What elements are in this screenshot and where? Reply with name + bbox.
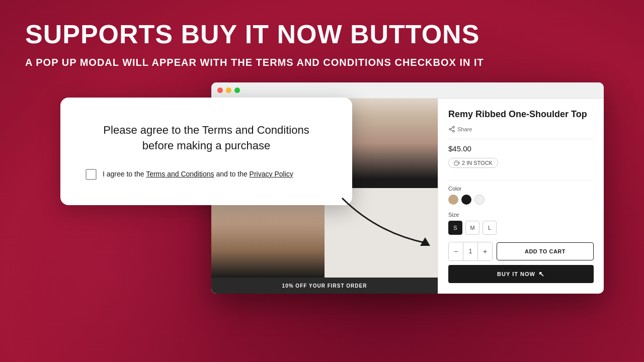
browser-minimize-dot[interactable] [226, 87, 231, 93]
browser-toolbar [211, 82, 604, 99]
svg-point-1 [453, 126, 455, 128]
qty-decrease-button[interactable]: − [449, 242, 463, 260]
quantity-control[interactable]: − 1 + [448, 242, 493, 261]
buy-now-label: BUY IT NOW [497, 271, 535, 277]
terms-modal: Please agree to the Terms and Conditions… [60, 98, 352, 205]
size-m-button[interactable]: M [465, 221, 479, 235]
color-swatch-white[interactable] [474, 195, 485, 205]
size-label: Size [448, 212, 594, 218]
product-price: $45.00 [448, 144, 594, 153]
qty-cart-row: − 1 + ADD TO CART [448, 242, 594, 261]
cursor-icon: ↖ [538, 270, 545, 278]
privacy-link[interactable]: Privacy Policy [250, 170, 293, 178]
page-subheadline: A POP UP MODAL WILL APPEAR WITH THE TERM… [25, 57, 619, 68]
size-options: S M L [448, 221, 594, 235]
color-swatch-tan[interactable] [448, 195, 458, 205]
svg-line-5 [451, 127, 453, 128]
color-swatch-black[interactable] [461, 195, 471, 205]
modal-checkbox-row[interactable]: I agree to the Terms and Conditions and … [86, 169, 327, 180]
product-info: Remy Ribbed One-Shoulder Top Share $45.0… [438, 99, 604, 294]
qty-increase-button[interactable]: + [478, 242, 492, 260]
size-s-button[interactable]: S [448, 221, 462, 235]
checkbox-label: I agree to the Terms and Conditions and … [103, 169, 293, 179]
stock-badge: 2 IN STOCK [448, 158, 498, 168]
browser-close-dot[interactable] [217, 87, 223, 93]
share-link[interactable]: Share [448, 126, 594, 133]
browser-fullscreen-dot[interactable] [234, 87, 240, 93]
page-headline: SUPPORTS BUY IT NOW BUTTONS [25, 20, 619, 49]
size-l-button[interactable]: L [482, 221, 497, 235]
color-label: Color [448, 186, 594, 192]
svg-point-2 [449, 128, 451, 130]
buy-now-button[interactable]: BUY IT NOW ↖ [448, 265, 594, 283]
discount-banner: 10% OFF YOUR FIRST ORDER [211, 278, 438, 294]
arrow-indicator [337, 193, 438, 255]
terms-checkbox[interactable] [86, 169, 97, 180]
terms-link[interactable]: Terms and Conditions [146, 170, 214, 178]
modal-heading: Please agree to the Terms and Conditions… [86, 123, 327, 154]
color-swatches [448, 195, 594, 205]
add-to-cart-button[interactable]: ADD TO CART [497, 242, 594, 260]
divider-2 [448, 180, 594, 180]
share-label: Share [457, 126, 472, 132]
svg-line-4 [451, 129, 453, 130]
quantity-value: 1 [463, 242, 478, 260]
divider-1 [448, 139, 594, 139]
stock-label: 2 IN STOCK [462, 160, 493, 166]
svg-point-3 [453, 130, 455, 132]
product-title: Remy Ribbed One-Shoulder Top [448, 109, 594, 120]
